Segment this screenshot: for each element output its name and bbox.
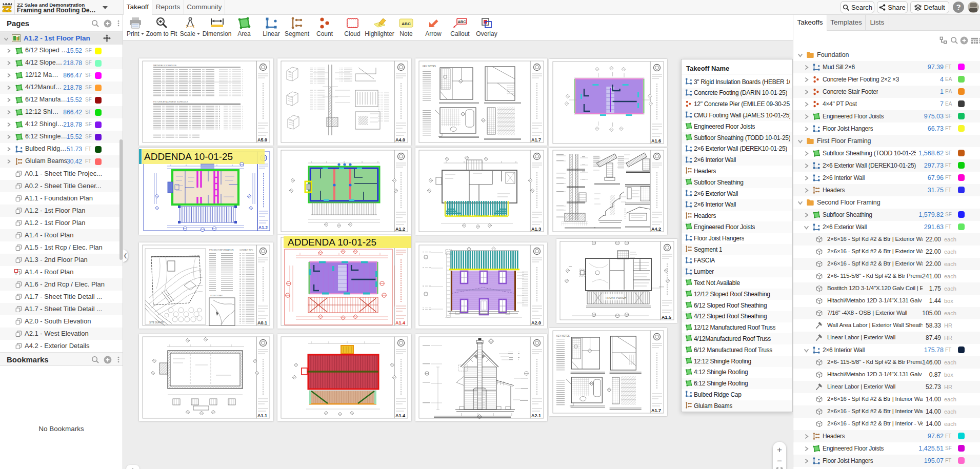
svg-text:A5.0: A5.0 bbox=[257, 137, 267, 142]
svg-text:A1.2: A1.2 bbox=[395, 227, 405, 232]
svg-text:PROJECT INFORMATION: PROJECT INFORMATION bbox=[209, 249, 234, 251]
svg-text:CONTACT INFO: CONTACT INFO bbox=[239, 249, 253, 251]
svg-text:A1.4: A1.4 bbox=[395, 320, 405, 325]
svg-text:FRONT PORCH: FRONT PORCH bbox=[606, 296, 626, 299]
svg-text:A1.1: A1.1 bbox=[257, 413, 267, 418]
svg-text:A4.2: A4.2 bbox=[651, 227, 661, 232]
svg-text:A1.2: A1.2 bbox=[258, 225, 268, 230]
svg-text:KEY NOTES: KEY NOTES bbox=[556, 335, 570, 337]
svg-text:ADDENDA 10-01-25: ADDENDA 10-01-25 bbox=[144, 151, 233, 162]
svg-text:A1.3: A1.3 bbox=[531, 227, 541, 232]
svg-text:VICINITY MAP: VICINITY MAP bbox=[210, 295, 223, 297]
svg-text:A4.0: A4.0 bbox=[395, 137, 405, 142]
svg-text:ABC: ABC bbox=[457, 19, 466, 24]
svg-text:MATERIALS SCHEDULE: MATERIALS SCHEDULE bbox=[153, 64, 177, 67]
svg-text:A1.7: A1.7 bbox=[531, 137, 541, 142]
svg-text:KEY NOTES: KEY NOTES bbox=[423, 65, 436, 68]
svg-text:A1.6: A1.6 bbox=[651, 138, 661, 144]
svg-text:SITE SURVEY: SITE SURVEY bbox=[149, 321, 165, 324]
svg-text:FIXTURE ATTACHMENT SCHEDULE: FIXTURE ATTACHMENT SCHEDULE bbox=[153, 100, 188, 103]
svg-text:A2.1: A2.1 bbox=[531, 413, 541, 418]
svg-text:A0.1: A0.1 bbox=[257, 320, 267, 325]
svg-text:A1.7: A1.7 bbox=[651, 408, 661, 413]
svg-text:ADDENDA 10-01-25: ADDENDA 10-01-25 bbox=[288, 237, 376, 248]
svg-text:A1.4: A1.4 bbox=[395, 413, 405, 418]
svg-text:A2.0: A2.0 bbox=[531, 320, 541, 325]
svg-text:A1.5: A1.5 bbox=[662, 315, 671, 320]
svg-text:ABC: ABC bbox=[402, 22, 411, 26]
